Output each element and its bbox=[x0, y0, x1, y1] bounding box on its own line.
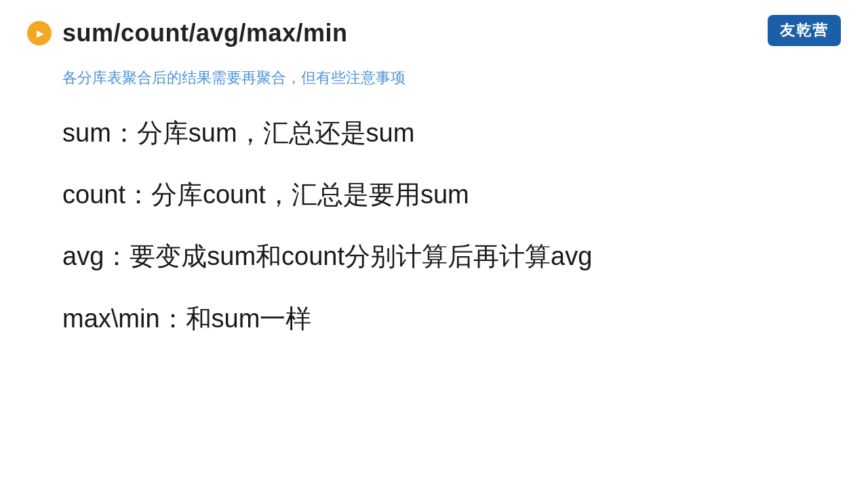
list-item: sum：分库sum，汇总还是sum bbox=[62, 115, 806, 151]
page-title: sum/count/avg/max/min bbox=[62, 19, 348, 47]
content-area: sum：分库sum，汇总还是sum count：分库count，汇总是要用sum… bbox=[0, 108, 868, 369]
list-item: max\min：和sum一样 bbox=[62, 301, 806, 337]
subtitle-text: 各分库表聚合后的结果需要再聚合，但有些注意事项 bbox=[62, 68, 841, 88]
brand-badge: 友乾营 bbox=[768, 15, 841, 46]
list-item: avg：要变成sum和count分别计算后再计算avg bbox=[62, 239, 806, 274]
header: sum/count/avg/max/min 友乾营 bbox=[0, 0, 868, 61]
count-item: count：分库count，汇总是要用sum bbox=[62, 180, 469, 209]
list-item: count：分库count，汇总是要用sum bbox=[62, 177, 806, 213]
play-icon bbox=[27, 21, 52, 45]
avg-item: avg：要变成sum和count分别计算后再计算avg bbox=[62, 242, 592, 270]
sum-item: sum：分库sum，汇总还是sum bbox=[62, 119, 414, 147]
maxmin-item: max\min：和sum一样 bbox=[62, 304, 311, 333]
